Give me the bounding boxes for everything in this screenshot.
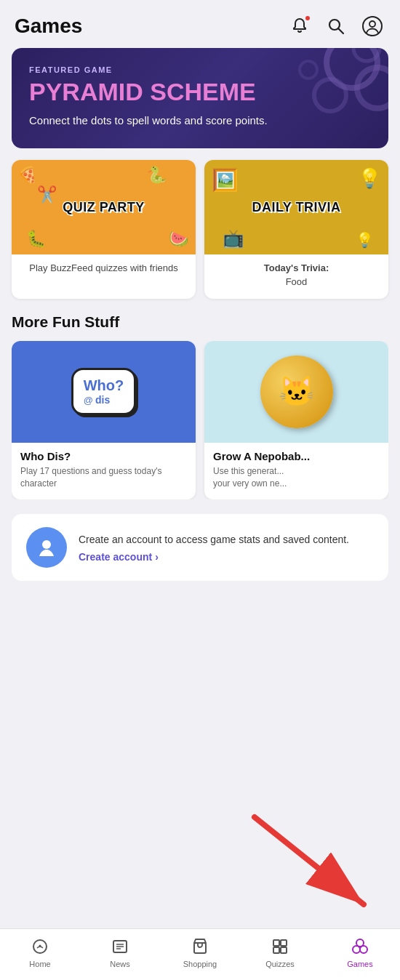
who-dis-title: Who Dis? bbox=[12, 443, 196, 465]
account-text: Create an account to access game stats a… bbox=[79, 533, 374, 563]
featured-banner[interactable]: FEATURED GAME PYRAMID SCHEME Connect the… bbox=[12, 48, 388, 148]
fun-stuff-row: Who? @ dis Who Dis? Play 17 questions an… bbox=[12, 341, 388, 500]
header-icons bbox=[287, 13, 385, 39]
trivia-deco-1: 🖼️ bbox=[212, 167, 239, 193]
nepobaby-coin: 🐱 bbox=[260, 356, 333, 428]
red-arrow-overlay bbox=[240, 803, 385, 922]
trivia-deco-3: 📺 bbox=[223, 228, 244, 249]
nav-item-shopping[interactable]: Shopping bbox=[160, 936, 240, 968]
red-arrow-svg bbox=[240, 803, 385, 919]
nav-item-news[interactable]: News bbox=[80, 936, 160, 968]
nepobaby-title: Grow A Nepobab... bbox=[204, 443, 388, 465]
nepobaby-image: 🐱 bbox=[204, 341, 388, 443]
svg-rect-18 bbox=[194, 943, 206, 953]
main-content: FEATURED GAME PYRAMID SCHEME Connect the… bbox=[0, 48, 400, 651]
food-deco-2: 🐍 bbox=[147, 166, 167, 185]
account-promo: Create an account to access game stats a… bbox=[12, 514, 388, 581]
shopping-icon bbox=[190, 936, 210, 957]
svg-rect-21 bbox=[273, 947, 279, 953]
food-deco-3: 🐛 bbox=[26, 230, 46, 249]
svg-point-8 bbox=[300, 61, 317, 79]
svg-rect-20 bbox=[281, 940, 287, 946]
page-title: Games bbox=[15, 15, 82, 38]
nav-item-quizzes[interactable]: Quizzes bbox=[240, 936, 320, 968]
nav-item-games[interactable]: Games bbox=[320, 936, 400, 968]
create-account-link[interactable]: Create account › bbox=[79, 551, 374, 563]
svg-line-11 bbox=[255, 817, 364, 904]
nav-label-shopping: Shopping bbox=[183, 960, 217, 968]
who-dis-text: Who? bbox=[84, 377, 124, 394]
quiz-party-label: QUIZ PARTY bbox=[63, 200, 145, 215]
trivia-desc-strong: Today's Trivia: bbox=[264, 262, 329, 273]
svg-point-9 bbox=[42, 540, 51, 549]
featured-description: Connect the dots to spell words and scor… bbox=[29, 113, 371, 128]
daily-trivia-desc: Today's Trivia:Food bbox=[204, 254, 388, 298]
quizzes-icon bbox=[270, 936, 290, 957]
avatar-icon bbox=[35, 536, 58, 559]
nav-label-news: News bbox=[110, 960, 130, 968]
nav-label-games: Games bbox=[347, 960, 372, 968]
quiz-party-image: 🍕 🐍 🐛 🍉 ✂️ QUIZ PARTY bbox=[12, 160, 196, 254]
notification-button[interactable] bbox=[287, 13, 313, 39]
svg-line-1 bbox=[339, 29, 344, 34]
svg-point-2 bbox=[363, 17, 382, 36]
game-cards-row: 🍕 🐍 🐛 🍉 ✂️ QUIZ PARTY Play BuzzFeed quiz… bbox=[12, 160, 388, 298]
who-dis-logo: Who? @ dis bbox=[71, 368, 137, 415]
featured-title: PYRAMID SCHEME bbox=[29, 79, 371, 105]
bottom-nav: Home News Shopping bbox=[0, 928, 400, 980]
search-icon bbox=[327, 17, 345, 36]
news-icon bbox=[110, 936, 130, 957]
food-deco-5: ✂️ bbox=[37, 185, 57, 204]
svg-rect-19 bbox=[273, 940, 279, 946]
profile-icon bbox=[361, 15, 383, 37]
daily-trivia-card[interactable]: 🖼️ 💡 📺 💡 DAILY TRIVIA Today's Trivia:Foo… bbox=[204, 160, 388, 298]
nav-label-quizzes: Quizzes bbox=[265, 960, 295, 968]
trivia-deco-2: 💡 bbox=[358, 167, 381, 190]
who-dis-desc: Play 17 questions and guess today's char… bbox=[12, 465, 196, 500]
account-description: Create an account to access game stats a… bbox=[79, 533, 374, 547]
trivia-deco-4: 💡 bbox=[356, 231, 374, 249]
svg-point-3 bbox=[369, 21, 375, 27]
who-dis-card[interactable]: Who? @ dis Who Dis? Play 17 questions an… bbox=[12, 341, 196, 500]
nepobaby-card[interactable]: 🐱 Grow A Nepobab... Use this generat...y… bbox=[204, 341, 388, 500]
quiz-party-desc: Play BuzzFeed quizzes with friends bbox=[12, 254, 196, 285]
search-button[interactable] bbox=[323, 13, 349, 39]
header: Games bbox=[0, 0, 400, 48]
svg-point-13 bbox=[39, 945, 41, 947]
nav-label-home: Home bbox=[29, 960, 50, 968]
daily-trivia-label: DAILY TRIVIA bbox=[252, 200, 340, 215]
svg-rect-22 bbox=[281, 947, 287, 953]
nav-item-home[interactable]: Home bbox=[0, 936, 80, 968]
nepobaby-desc: Use this generat...your very own ne... bbox=[204, 465, 388, 500]
games-icon bbox=[350, 936, 370, 957]
more-fun-section-header: More Fun Stuff bbox=[12, 313, 388, 331]
who-dis-sub: dis bbox=[95, 394, 110, 406]
daily-trivia-image: 🖼️ 💡 📺 💡 DAILY TRIVIA bbox=[204, 160, 388, 254]
food-deco-1: 🍕 bbox=[17, 166, 37, 185]
svg-point-25 bbox=[360, 946, 367, 953]
nepobaby-face-icon: 🐱 bbox=[279, 374, 315, 409]
account-avatar bbox=[26, 527, 67, 568]
food-deco-4: 🍉 bbox=[169, 230, 188, 249]
who-dis-image: Who? @ dis bbox=[12, 341, 196, 443]
profile-button[interactable] bbox=[359, 13, 385, 39]
bottom-spacer bbox=[12, 593, 388, 651]
notification-dot bbox=[304, 15, 311, 22]
quiz-party-card[interactable]: 🍕 🐍 🐛 🍉 ✂️ QUIZ PARTY Play BuzzFeed quiz… bbox=[12, 160, 196, 298]
svg-point-24 bbox=[353, 946, 360, 953]
home-icon bbox=[30, 936, 50, 957]
